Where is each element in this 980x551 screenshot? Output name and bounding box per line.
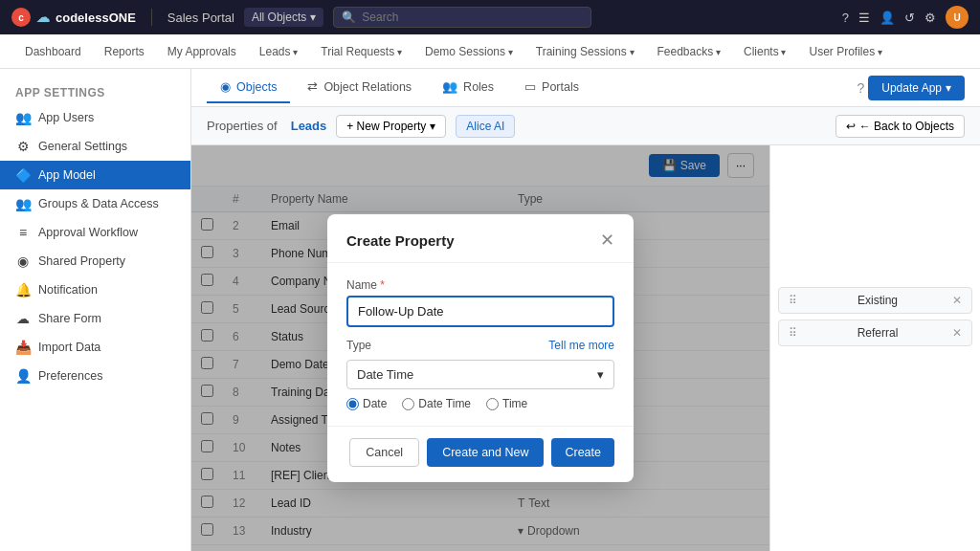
required-indicator: * (380, 278, 385, 292)
create-button[interactable]: Create (551, 438, 614, 467)
modal-close-button[interactable]: ✕ (600, 230, 614, 251)
new-property-button[interactable]: + New Property ▾ (336, 115, 446, 138)
nav-leads[interactable]: Leads (250, 39, 307, 64)
sidebar: App Settings 👥 App Users ⚙ General Setti… (0, 69, 191, 551)
import-icon: 📥 (15, 340, 31, 355)
radio-date[interactable]: Date (346, 397, 387, 410)
modal-footer: Cancel Create and New Create (327, 426, 634, 482)
sidebar-item-app-users[interactable]: 👥 App Users (0, 103, 190, 132)
relations-tab-icon: ⇄ (307, 79, 318, 94)
right-panel: ⠿ Existing ✕ ⠿ Referral ✕ (769, 145, 980, 551)
share-icon: ☁ (15, 311, 31, 326)
drag-handle-existing[interactable]: ⠿ (789, 294, 797, 307)
sidebar-item-shared-property[interactable]: ◉ Shared Property (0, 247, 190, 276)
select-arrow-icon: ▾ (597, 367, 604, 382)
workflow-icon: ≡ (15, 225, 31, 240)
table-right-area: 💾 Save ··· # Property Name Type (191, 145, 980, 551)
right-panel-item-referral: ⠿ Referral ✕ (778, 320, 972, 346)
properties-prefix: Properties of (207, 119, 278, 133)
sidebar-item-app-model[interactable]: 🔷 App Model (0, 161, 190, 189)
nav-user-profiles[interactable]: User Profiles (799, 39, 891, 64)
nav-dashboard[interactable]: Dashboard (15, 39, 91, 64)
tell-more-link[interactable]: Tell me more (548, 339, 614, 352)
modal-overlay: Create Property ✕ Name * Type Tell (191, 145, 769, 551)
sidebar-item-notification[interactable]: 🔔 Notification (0, 276, 190, 304)
sidebar-item-share-form[interactable]: ☁ Share Form (0, 304, 190, 333)
tab-objects[interactable]: ◉ Objects (207, 72, 290, 103)
type-select[interactable]: Date Time ▾ (346, 360, 614, 389)
back-to-objects-button[interactable]: ↩ ← Back to Objects (835, 115, 965, 138)
nav-training-sessions[interactable]: Training Sessions (526, 39, 644, 64)
nav-clients[interactable]: Clients (734, 39, 795, 64)
modal-title: Create Property (346, 232, 455, 249)
settings-icon[interactable]: ⚙ (924, 11, 936, 25)
search-placeholder: Search (362, 11, 398, 24)
tab-roles[interactable]: 👥 Roles (429, 72, 507, 103)
modal-header: Create Property ✕ (327, 214, 634, 263)
all-objects-button[interactable]: All Objects ▾ (244, 8, 323, 27)
tab-object-relations[interactable]: ⇄ Object Relations (294, 72, 425, 103)
logo-area: c ☁ codelessONE (11, 8, 136, 27)
navbar: Dashboard Reports My Approvals Leads Tri… (0, 34, 980, 69)
nav-demo-sessions[interactable]: Demo Sessions (415, 39, 523, 64)
nav-reports[interactable]: Reports (95, 39, 154, 64)
sidebar-item-general-settings[interactable]: ⚙ General Settings (0, 132, 190, 161)
cancel-button[interactable]: Cancel (349, 438, 419, 467)
sidebar-item-approval-workflow[interactable]: ≡ Approval Workflow (0, 218, 190, 247)
type-label-row: Type Tell me more (346, 339, 614, 352)
groups-icon: 👥 (15, 196, 31, 211)
update-app-button[interactable]: Update App ▾ (868, 76, 965, 100)
objects-tab-icon: ◉ (220, 79, 231, 94)
right-panel-item-existing: ⠿ Existing ✕ (778, 287, 972, 314)
sidebar-item-preferences[interactable]: 👤 Preferences (0, 362, 190, 390)
update-app-arrow: ▾ (946, 81, 951, 95)
person-icon[interactable]: 👤 (880, 11, 895, 25)
sidebar-item-groups-data-access[interactable]: 👥 Groups & Data Access (0, 189, 190, 218)
portal-name: Sales Portal (167, 11, 234, 25)
shared-icon: ◉ (15, 253, 31, 269)
sidebar-section-title: App Settings (0, 80, 190, 103)
search-icon: 🔍 (342, 11, 356, 24)
nav-approvals[interactable]: My Approvals (158, 39, 246, 64)
update-app-label: Update App (881, 81, 942, 95)
right-panel-spacer (778, 153, 972, 287)
sidebar-item-import-data[interactable]: 📥 Import Data (0, 333, 190, 362)
search-box[interactable]: 🔍 Search (333, 7, 591, 28)
bell-icon: 🔔 (15, 282, 31, 298)
alice-ai-button[interactable]: Alice AI (456, 115, 515, 138)
topbar-icons: ? ☰ 👤 ↺ ⚙ U (842, 6, 969, 29)
users-icon[interactable]: ☰ (858, 11, 870, 25)
help-icon[interactable]: ? (842, 11, 849, 25)
property-name-input[interactable] (346, 296, 614, 327)
roles-tab-icon: 👥 (442, 79, 457, 94)
drag-handle-referral[interactable]: ⠿ (789, 326, 797, 340)
existing-label: Existing (858, 294, 898, 307)
name-label: Name * (346, 278, 614, 292)
tab-bar: ◉ Objects ⇄ Object Relations 👥 Roles ▭ P… (191, 69, 980, 107)
create-and-new-button[interactable]: Create and New (427, 438, 544, 467)
logo-icon: c (11, 8, 31, 27)
tab-portals[interactable]: ▭ Portals (511, 72, 592, 103)
radio-time[interactable]: Time (486, 397, 527, 410)
app-name: codelessONE (56, 11, 136, 25)
remove-referral-button[interactable]: ✕ (952, 326, 962, 340)
properties-bar: Properties of Leads + New Property ▾ Ali… (191, 107, 980, 145)
nav-feedbacks[interactable]: Feedbacks (648, 39, 730, 64)
portals-tab-icon: ▭ (524, 79, 536, 94)
object-name-label: Leads (291, 119, 327, 133)
tab-help-icon[interactable]: ? (857, 80, 864, 96)
topbar: c ☁ codelessONE Sales Portal All Objects… (0, 0, 980, 34)
refresh-icon[interactable]: ↺ (904, 11, 915, 25)
avatar[interactable]: U (946, 6, 969, 29)
users-icon: 👥 (15, 110, 31, 125)
model-icon: 🔷 (15, 167, 31, 183)
modal-body: Name * Type Tell me more Date Time ▾ (327, 263, 634, 426)
radio-datetime[interactable]: Date Time (402, 397, 471, 410)
nav-trial-requests[interactable]: Trial Requests (311, 39, 412, 64)
remove-existing-button[interactable]: ✕ (952, 294, 962, 307)
create-property-modal: Create Property ✕ Name * Type Tell (327, 214, 634, 482)
table-area: 💾 Save ··· # Property Name Type (191, 145, 769, 551)
date-type-radio-group: Date Date Time Time (346, 397, 614, 410)
referral-label: Referral (858, 326, 899, 340)
content-area: ◉ Objects ⇄ Object Relations 👥 Roles ▭ P… (191, 69, 980, 551)
